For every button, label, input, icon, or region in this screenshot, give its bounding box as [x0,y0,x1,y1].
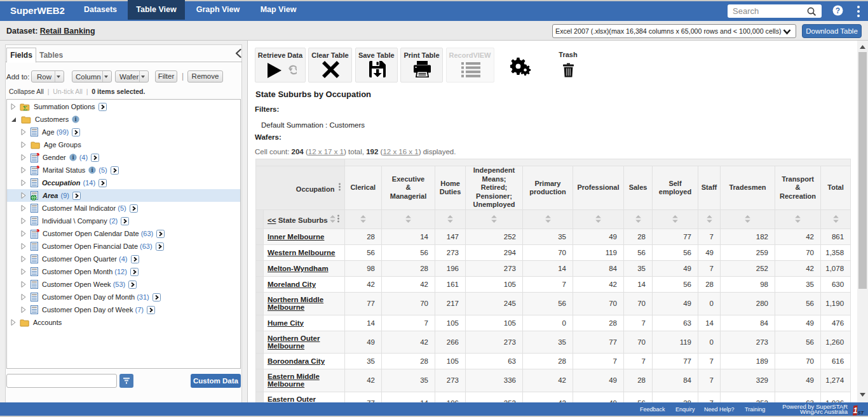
svg-text:ST: ST [858,410,865,416]
svg-text:Σ: Σ [23,103,27,111]
svg-text:i: i [92,167,93,173]
svg-text:i: i [72,154,74,161]
svg-text:?: ? [836,6,840,15]
svg-text:i: i [75,116,77,122]
